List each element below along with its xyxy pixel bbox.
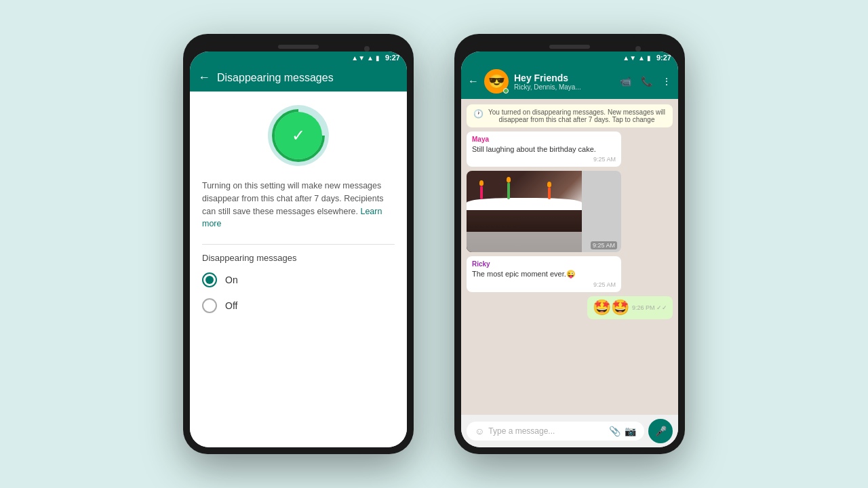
sender-name-maya: Maya bbox=[472, 136, 616, 143]
radio-option-on[interactable]: On bbox=[202, 272, 395, 287]
radio-option-off[interactable]: Off bbox=[202, 298, 395, 313]
radio-label-off: Off bbox=[225, 300, 237, 311]
mic-icon: 🎤 bbox=[655, 426, 667, 436]
chat-avatar: 😎 bbox=[484, 69, 509, 94]
voice-call-icon[interactable]: 📞 bbox=[641, 76, 652, 87]
phone-camera-2 bbox=[635, 46, 641, 52]
chat-body: 🕐 You turned on disappearing messages. N… bbox=[461, 99, 678, 415]
chat-actions: 📹 📞 ⋮ bbox=[620, 76, 671, 87]
chat-group-name: Hey Friends bbox=[514, 73, 614, 83]
emoji-time: 9:26 PM ✓✓ bbox=[632, 304, 667, 311]
message-ricky: Ricky The most epic moment ever.😜 9:25 A… bbox=[467, 256, 621, 291]
phone-settings: ▲▼ ▲ ▮ 9:27 ← Disappearing messages ✓ bbox=[183, 34, 414, 454]
phone-top-bar-2 bbox=[461, 41, 678, 52]
disappearing-header: ← Disappearing messages bbox=[190, 64, 407, 92]
message-text-ricky: The most epic moment ever.😜 bbox=[472, 269, 616, 279]
status-icons-chat: ▲▼ ▲ ▮ bbox=[623, 54, 651, 62]
attach-icon[interactable]: 📎 bbox=[609, 426, 620, 436]
battery-icon-chat: ▮ bbox=[647, 54, 651, 62]
candle-3 bbox=[548, 187, 551, 199]
camera-icon[interactable]: 📷 bbox=[625, 426, 636, 436]
radio-off[interactable] bbox=[202, 298, 217, 313]
battery-icon: ▮ bbox=[376, 54, 380, 62]
more-options-icon[interactable]: ⋮ bbox=[662, 76, 671, 87]
system-clock-icon: 🕐 bbox=[473, 109, 484, 119]
wifi-icon: ▲▼ bbox=[351, 54, 365, 62]
scene: ▲▼ ▲ ▮ 9:27 ← Disappearing messages ✓ bbox=[183, 34, 685, 454]
radio-label-on: On bbox=[225, 274, 238, 285]
image-bubble-cake: 9:25 AM bbox=[467, 171, 621, 252]
message-input-area[interactable]: ☺ Type a message... 📎 📷 bbox=[467, 422, 644, 441]
message-time-maya: 9:25 AM bbox=[472, 156, 616, 163]
phone-speaker bbox=[278, 45, 319, 49]
check-icon: ✓ bbox=[292, 126, 305, 145]
chat-header: ← 😎 Hey Friends Ricky, Dennis, Maya... 📹… bbox=[461, 64, 678, 99]
candle-1 bbox=[480, 186, 483, 199]
message-maya: Maya Still laughing about the birthday c… bbox=[467, 131, 621, 167]
sender-name-ricky: Ricky bbox=[472, 260, 616, 268]
system-message-text: You turned on disappearing messages. New… bbox=[488, 108, 666, 123]
chat-info[interactable]: Hey Friends Ricky, Dennis, Maya... bbox=[514, 73, 614, 91]
system-message[interactable]: 🕐 You turned on disappearing messages. N… bbox=[467, 104, 673, 127]
signal-icon-chat: ▲ bbox=[638, 54, 645, 62]
signal-icon: ▲ bbox=[367, 54, 374, 62]
description-text: Turning on this setting will make new me… bbox=[202, 180, 395, 230]
online-dot bbox=[503, 88, 509, 94]
video-call-icon[interactable]: 📹 bbox=[620, 76, 631, 87]
cake-cream-top bbox=[467, 198, 582, 210]
divider bbox=[202, 244, 395, 245]
disappearing-title: Disappearing messages bbox=[217, 72, 334, 84]
flame-3 bbox=[547, 182, 551, 187]
emoji-input-icon[interactable]: ☺ bbox=[475, 426, 484, 436]
phone-camera bbox=[364, 46, 370, 52]
flame-2 bbox=[507, 177, 511, 182]
disappearing-content: ✓ Turning on this setting will make new … bbox=[190, 92, 407, 447]
flame-1 bbox=[479, 180, 484, 186]
chat-input-bar: ☺ Type a message... 📎 📷 🎤 bbox=[461, 415, 678, 447]
phone-screen-chat: ▲▼ ▲ ▮ 9:27 ← 😎 Hey Friends Ricky, Denni… bbox=[461, 52, 678, 447]
mic-button[interactable]: 🎤 bbox=[648, 419, 673, 443]
phone-speaker-2 bbox=[549, 45, 590, 49]
message-text-maya: Still laughing about the birthday cake. bbox=[472, 144, 616, 155]
phone-chat: ▲▼ ▲ ▮ 9:27 ← 😎 Hey Friends Ricky, Denni… bbox=[454, 34, 685, 454]
status-bar-settings: ▲▼ ▲ ▮ 9:27 bbox=[190, 52, 407, 64]
chat-subtitle: Ricky, Dennis, Maya... bbox=[514, 83, 614, 91]
candle-2 bbox=[507, 182, 510, 199]
status-time-chat: 9:27 bbox=[656, 54, 671, 62]
status-icons: ▲▼ ▲ ▮ bbox=[351, 54, 380, 62]
phone-top-bar bbox=[190, 41, 407, 52]
wifi-icon-chat: ▲▼ bbox=[623, 54, 636, 62]
back-arrow-settings[interactable]: ← bbox=[198, 70, 210, 85]
message-time-ricky: 9:25 AM bbox=[472, 281, 616, 288]
sent-emoji-bubble: 🤩🤩 9:26 PM ✓✓ bbox=[587, 296, 673, 319]
message-placeholder[interactable]: Type a message... bbox=[488, 426, 605, 436]
section-label: Disappearing messages bbox=[202, 253, 395, 263]
timer-inner: ✓ bbox=[275, 112, 322, 159]
radio-inner-on bbox=[205, 276, 214, 284]
phone-screen-settings: ▲▼ ▲ ▮ 9:27 ← Disappearing messages ✓ bbox=[190, 52, 407, 447]
cream-drip bbox=[467, 232, 582, 252]
status-bar-chat: ▲▼ ▲ ▮ 9:27 bbox=[461, 52, 678, 64]
timer-circle: ✓ bbox=[268, 105, 329, 166]
cake-image bbox=[467, 171, 582, 252]
chat-back-arrow[interactable]: ← bbox=[468, 75, 479, 87]
radio-on[interactable] bbox=[202, 272, 217, 287]
status-time-settings: 9:27 bbox=[385, 54, 400, 62]
image-timestamp: 9:25 AM bbox=[591, 241, 617, 249]
emoji-content: 🤩🤩 bbox=[593, 299, 629, 317]
